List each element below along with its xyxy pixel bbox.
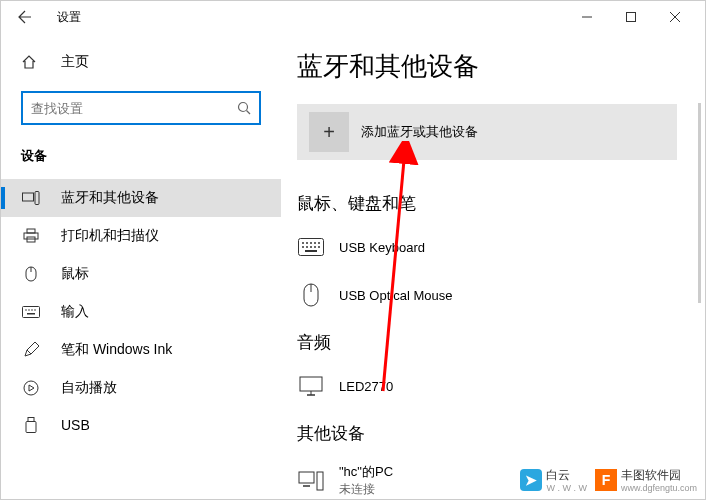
svg-rect-32 [300,377,322,391]
search-box[interactable] [21,91,261,125]
svg-point-19 [302,242,304,244]
svg-point-26 [310,246,312,248]
search-input[interactable] [31,101,237,116]
plus-icon: + [309,112,349,152]
keyboard-icon [21,306,41,318]
device-status: 未连接 [339,481,393,498]
svg-point-20 [306,242,308,244]
page-title: 蓝牙和其他设备 [297,49,685,84]
sidebar-item-label: 鼠标 [61,265,89,283]
svg-rect-16 [28,418,34,422]
sidebar-item-label: 蓝牙和其他设备 [61,189,159,207]
svg-rect-29 [305,250,317,252]
sidebar-item-label: 自动播放 [61,379,117,397]
svg-point-24 [302,246,304,248]
svg-point-25 [306,246,308,248]
group-title-audio: 音频 [297,331,685,354]
pc-device-icon [297,467,325,495]
svg-rect-9 [23,307,40,318]
svg-point-1 [239,103,248,112]
minimize-button[interactable] [565,1,609,33]
device-row[interactable]: USB Optical Mouse [297,275,685,323]
svg-point-10 [25,309,27,311]
watermark-logo-icon: ➤ [520,469,542,491]
window-controls [565,1,697,33]
svg-rect-5 [24,233,38,239]
watermark-logo-icon: F [595,469,617,491]
svg-point-12 [31,309,33,311]
sidebar-item-mouse[interactable]: 鼠标 [1,255,281,293]
pen-icon [21,342,41,358]
device-name: USB Optical Mouse [339,288,452,303]
watermark-url: W . W . W [546,484,587,493]
titlebar: 设置 [1,1,705,33]
close-icon [670,12,680,22]
home-nav[interactable]: 主页 [1,45,281,79]
add-device-button[interactable]: + 添加蓝牙或其他设备 [297,104,677,160]
group-title-other: 其他设备 [297,422,685,445]
svg-point-13 [34,309,36,311]
device-row[interactable]: USB Keyboard [297,227,685,275]
sidebar-item-label: 笔和 Windows Ink [61,341,172,359]
svg-rect-17 [26,422,36,433]
sidebar-item-autoplay[interactable]: 自动播放 [1,369,281,407]
device-name: LED2770 [339,379,393,394]
svg-rect-3 [35,192,39,205]
back-button[interactable] [9,1,41,33]
svg-point-22 [314,242,316,244]
watermark-name: 白云 [546,468,570,482]
device-name: "hc"的PC [339,463,393,481]
home-label: 主页 [61,53,89,71]
sidebar-item-label: 输入 [61,303,89,321]
close-button[interactable] [653,1,697,33]
main-content: 蓝牙和其他设备 + 添加蓝牙或其他设备 鼠标、键盘和笔 USB Keyboard… [281,33,705,499]
back-arrow-icon [18,10,32,24]
sidebar-item-pen[interactable]: 笔和 Windows Ink [1,331,281,369]
sidebar-item-bluetooth[interactable]: 蓝牙和其他设备 [1,179,281,217]
svg-rect-2 [23,193,34,201]
sidebar-item-typing[interactable]: 输入 [1,293,281,331]
device-name: USB Keyboard [339,240,425,255]
usb-icon [21,417,41,433]
sidebar-item-label: USB [61,417,90,433]
device-row[interactable]: LED2770 [297,366,685,414]
watermark-2: F 丰图软件园 www.dgfengtu.com [595,467,697,493]
search-icon [237,101,251,115]
sidebar-item-usb[interactable]: USB [1,407,281,443]
watermark-name: 丰图软件园 [621,468,681,482]
scrollbar[interactable] [698,103,701,303]
sidebar-item-printers[interactable]: 打印机和扫描仪 [1,217,281,255]
printer-icon [21,228,41,244]
watermark-1: ➤ 白云 W . W . W [520,467,587,493]
watermark-url: www.dgfengtu.com [621,484,697,493]
mouse-device-icon [297,281,325,309]
svg-point-15 [24,381,38,395]
sidebar-item-label: 打印机和扫描仪 [61,227,159,245]
sidebar: 主页 设备 蓝牙和其他设备 打印机和扫描仪 鼠标 输入 笔和 Windows I… [1,33,281,499]
home-icon [21,54,41,70]
maximize-icon [626,12,636,22]
group-title-mouse-keyboard: 鼠标、键盘和笔 [297,192,685,215]
add-device-label: 添加蓝牙或其他设备 [361,123,478,141]
svg-point-23 [318,242,320,244]
svg-rect-4 [27,229,35,233]
window-title: 设置 [57,9,81,26]
devices-icon [21,191,41,205]
watermarks: ➤ 白云 W . W . W F 丰图软件园 www.dgfengtu.com [520,467,697,493]
svg-point-27 [314,246,316,248]
svg-rect-0 [627,13,636,22]
maximize-button[interactable] [609,1,653,33]
svg-point-28 [318,246,320,248]
svg-point-11 [28,309,30,311]
svg-rect-35 [299,472,314,483]
svg-rect-14 [27,313,35,315]
svg-rect-37 [317,472,323,490]
sidebar-section-title: 设备 [1,141,281,179]
minimize-icon [582,12,592,22]
keyboard-device-icon [297,233,325,261]
svg-point-21 [310,242,312,244]
monitor-device-icon [297,372,325,400]
mouse-icon [21,266,41,282]
autoplay-icon [21,380,41,396]
